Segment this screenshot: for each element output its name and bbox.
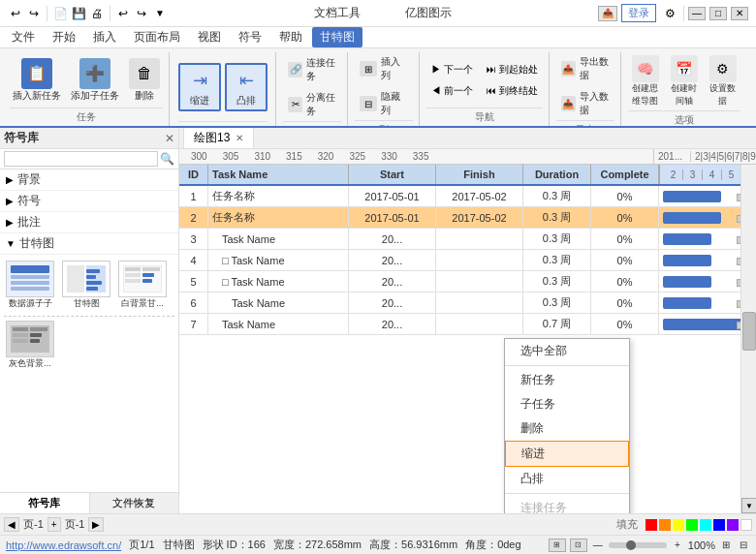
export-data-button[interactable]: 📤 导出数据: [556, 52, 614, 85]
close-button[interactable]: ✕: [731, 7, 748, 20]
page-prev-icon[interactable]: ◀: [4, 517, 19, 532]
svg-rect-16: [142, 279, 152, 283]
context-menu-item-newtask[interactable]: 新任务: [505, 368, 629, 392]
status-width: 宽度：272.658mm: [273, 538, 362, 552]
svg-rect-3: [11, 287, 49, 291]
outdent-button[interactable]: ⇤ 凸排: [225, 63, 268, 111]
expand-icon[interactable]: ⊟: [737, 539, 750, 552]
zoom-slider[interactable]: [609, 542, 667, 548]
color-orange[interactable]: [659, 519, 671, 531]
toolbar-save[interactable]: 💾: [71, 6, 86, 21]
fullscreen-icon[interactable]: ⊞: [719, 539, 733, 552]
zoom-out-icon[interactable]: —: [591, 539, 605, 552]
insert-col-button[interactable]: ⊞ 插入列: [355, 52, 413, 85]
context-menu-item-delete[interactable]: 删除: [505, 416, 629, 441]
settings-data-button[interactable]: ⚙ 设置数据: [706, 52, 740, 110]
add-subtask-button[interactable]: ➕ 添加子任务: [68, 55, 122, 106]
create-timeline-button[interactable]: 📅 创建时间轴: [667, 52, 702, 110]
cell-complete: 0%: [591, 229, 659, 249]
indent-button[interactable]: ⇥ 缩进: [178, 63, 221, 111]
cell-finish: 2017-05-02: [436, 186, 523, 206]
gantt-gray-bg-item[interactable]: 灰色背景...: [4, 321, 56, 370]
toolbar-redo2[interactable]: ↪: [134, 6, 149, 21]
delete-task-button[interactable]: 🗑 删除: [126, 55, 163, 106]
connect-task-button[interactable]: 🔗 连接任务: [283, 53, 341, 86]
table-row[interactable]: 6 Task Name 20... 0.3 周 0% ⊞: [179, 292, 756, 314]
sidebar-close-icon[interactable]: ✕: [165, 132, 174, 145]
cell-name: Task Name: [208, 229, 349, 249]
toolbar-new[interactable]: 📄: [52, 6, 68, 21]
minimize-button[interactable]: —: [688, 7, 706, 20]
color-green[interactable]: [686, 519, 698, 531]
doc-tab-drawing[interactable]: 绘图13 ✕: [183, 128, 254, 148]
color-purple[interactable]: [727, 519, 739, 531]
zoom-in-icon[interactable]: +: [671, 539, 684, 552]
table-row[interactable]: 5 □ Task Name 20... 0.3 周 0% ⊞: [179, 271, 756, 292]
svg-rect-18: [13, 327, 28, 331]
table-row[interactable]: 7 Task Name 20... 0.7 周 0% ⊞: [179, 314, 756, 335]
search-icon[interactable]: 🔍: [160, 152, 174, 166]
sidebar-section-gantt[interactable]: ▼ 甘特图: [0, 233, 178, 255]
import-data-button[interactable]: 📥 导入数据: [556, 87, 614, 120]
settings-icon[interactable]: ⚙: [660, 6, 679, 21]
color-cyan[interactable]: [700, 519, 711, 531]
next-button[interactable]: ▶ 下一个: [426, 60, 478, 79]
context-menu-item-outdent[interactable]: 凸排: [505, 467, 629, 491]
login-button[interactable]: 登录: [621, 4, 656, 22]
sidebar-tab-symbol[interactable]: 符号库: [0, 493, 90, 513]
menu-view[interactable]: 视图: [190, 27, 229, 47]
menu-symbol[interactable]: 符号: [231, 27, 269, 47]
gantt-white-bg-item[interactable]: 白背景甘...: [116, 261, 169, 310]
share-icon[interactable]: 📤: [598, 6, 617, 21]
goto-start-button[interactable]: ⏭ 到起始处: [482, 60, 543, 79]
maximize-button[interactable]: □: [709, 7, 727, 20]
toolbar-print[interactable]: 🖨: [89, 6, 105, 21]
insert-task-button[interactable]: 📋 插入新任务: [10, 55, 64, 106]
context-menu-item-selectall[interactable]: 选中全部: [505, 339, 629, 363]
gantt-chart-item[interactable]: 甘特图: [60, 261, 112, 310]
sidebar-search-input[interactable]: [4, 151, 158, 167]
table-row[interactable]: 3 Task Name 20... 0.3 周 0% ⊞: [179, 229, 756, 250]
page-label: 页-1: [23, 517, 44, 532]
doc-tab-close-icon[interactable]: ✕: [236, 133, 243, 143]
sidebar-section-symbol[interactable]: ▶ 符号: [0, 191, 178, 212]
color-yellow[interactable]: [673, 519, 684, 531]
table-row[interactable]: 4 □ Task Name 20... 0.3 周 0% ⊞: [179, 250, 756, 271]
toolbar-undo[interactable]: ↩: [8, 6, 23, 21]
menu-layout[interactable]: 页面布局: [126, 27, 188, 47]
create-mindmap-button[interactable]: 🧠 创建思维导图: [628, 52, 663, 110]
hide-col-button[interactable]: ⊟ 隐藏列: [355, 87, 413, 120]
context-menu-item-subtask[interactable]: 子任务: [505, 392, 629, 416]
gantt-datasource-item[interactable]: 数据源子子: [4, 261, 56, 310]
color-red[interactable]: [646, 519, 657, 531]
menu-start[interactable]: 开始: [45, 27, 83, 47]
view-fit-icon[interactable]: ⊡: [570, 539, 587, 552]
svg-rect-6: [86, 269, 100, 273]
color-blue[interactable]: [713, 519, 725, 531]
page-add-icon[interactable]: +: [47, 517, 61, 532]
menu-help[interactable]: 帮助: [271, 27, 310, 47]
menu-insert[interactable]: 插入: [85, 27, 124, 47]
context-menu-item-indent[interactable]: 缩进: [505, 441, 629, 467]
context-menu-item-connect[interactable]: 连接任务: [505, 496, 629, 513]
table-row[interactable]: 1 任务名称 2017-05-01 2017-05-02 0.3 周 0% ⊞: [179, 186, 756, 207]
menu-gantt[interactable]: 甘特图: [312, 27, 362, 47]
context-menu: 选中全部 新任务 子任务 删除 缩进 凸排 连接任务 分离任务 超链接 在左边添…: [504, 338, 630, 513]
sidebar-tab-recovery[interactable]: 文件恢复: [90, 493, 179, 513]
status-url[interactable]: http://www.edrawsoft.cn/: [6, 539, 121, 551]
goto-end-button[interactable]: ⏮ 到终结处: [482, 81, 543, 101]
view-normal-icon[interactable]: ⊞: [549, 539, 566, 552]
table-row[interactable]: 2 任务名称 2017-05-01 2017-05-02 0.3 周 0% ⊞: [179, 207, 756, 229]
toolbar-down[interactable]: ▼: [152, 6, 168, 21]
sidebar-section-background[interactable]: ▶ 背景: [0, 169, 178, 191]
toolbar-redo[interactable]: ↪: [26, 6, 42, 21]
toolbar-undo2[interactable]: ↩: [115, 6, 131, 21]
sidebar-section-annotation[interactable]: ▶ 批注: [0, 212, 178, 233]
svg-rect-9: [86, 287, 98, 291]
menu-file[interactable]: 文件: [4, 27, 43, 47]
color-white[interactable]: [740, 519, 752, 531]
split-task-button[interactable]: ✂ 分离任务: [283, 88, 341, 121]
scroll-down-button[interactable]: ▼: [741, 498, 756, 513]
page-next-icon[interactable]: ▶: [88, 517, 104, 532]
prev-button[interactable]: ◀ 前一个: [426, 81, 478, 101]
